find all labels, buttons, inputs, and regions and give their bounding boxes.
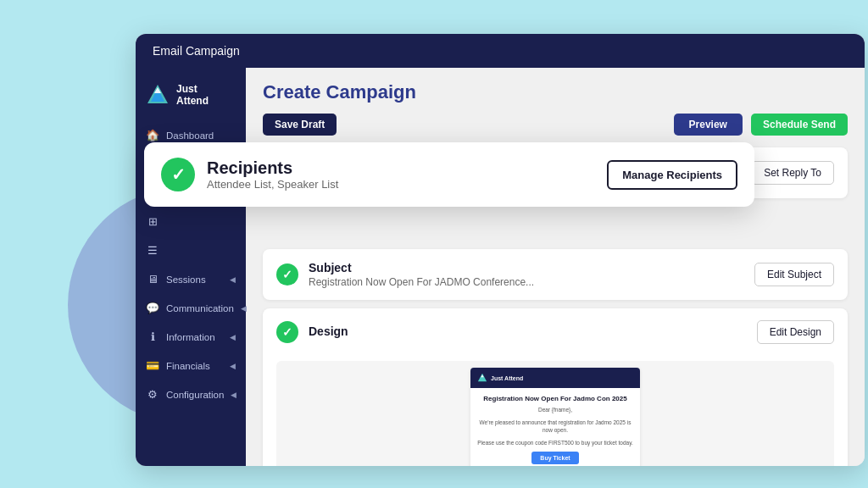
email-preview-cta[interactable]: Buy Ticket — [531, 452, 578, 464]
configuration-icon: ⚙ — [146, 388, 159, 402]
sidebar-item-grid[interactable]: ⊞ — [136, 208, 246, 236]
sidebar-item-information[interactable]: ℹ Information ◀ — [136, 323, 246, 352]
sidebar-item-configuration[interactable]: ⚙ Configuration ◀ — [136, 380, 246, 409]
topbar-title: Email Campaign — [153, 44, 240, 58]
schedule-send-button[interactable]: Schedule Send — [751, 114, 848, 136]
logo-icon — [146, 83, 170, 107]
email-preview-para3: Please use the coupon code FIRST500 to b… — [477, 439, 633, 446]
email-preview-box: Just Attend Registration Now Open For Ja… — [470, 368, 640, 466]
design-check-icon: ✓ — [276, 321, 298, 343]
list-icon: ☰ — [146, 244, 159, 258]
chevron-icon: ◀ — [230, 333, 236, 341]
chevron-icon: ◀ — [241, 304, 247, 313]
design-card: ✓ Design Edit Design Just Attend — [263, 308, 848, 466]
logo-text: Just Attend — [176, 83, 209, 108]
preview-button[interactable]: Preview — [674, 114, 743, 136]
topbar: Email Campaign — [136, 34, 865, 68]
communication-icon: 💬 — [146, 302, 159, 315]
subject-body: Subject Registration Now Open For JADMO … — [309, 261, 744, 288]
edit-subject-button[interactable]: Edit Subject — [754, 263, 834, 286]
save-draft-button[interactable]: Save Draft — [263, 114, 337, 136]
sessions-icon: 🖥 — [146, 273, 159, 286]
sidebar-item-communication[interactable]: 💬 Communication ◀ — [136, 294, 246, 323]
sidebar: Just Attend 🏠 Dashboard 🕐 Reporting ◀ 👥 … — [136, 68, 246, 466]
main-content: Create Campaign Save Draft Preview Sched… — [246, 68, 865, 466]
sidebar-item-list[interactable]: ☰ — [136, 236, 246, 265]
information-icon: ℹ — [146, 330, 159, 344]
email-preview-logo-text: Just Attend — [491, 375, 523, 381]
chevron-icon: ◀ — [230, 275, 236, 284]
sidebar-item-sessions[interactable]: 🖥 Sessions ◀ — [136, 265, 246, 294]
financials-icon: 💳 — [146, 359, 159, 373]
design-preview: Just Attend Registration Now Open For Ja… — [276, 361, 834, 466]
design-title: Design — [309, 324, 747, 338]
manage-recipients-button[interactable]: Manage Recipients — [607, 160, 737, 190]
set-reply-to-button[interactable]: Set Reply To — [751, 161, 834, 185]
subject-value: Registration Now Open For JADMO Conferen… — [309, 276, 744, 288]
subject-card: ✓ Subject Registration Now Open For JADM… — [263, 249, 848, 300]
recipients-check-icon: ✓ — [161, 158, 195, 191]
toolbar: Save Draft Preview Schedule Send — [263, 114, 848, 136]
main-window: Email Campaign Just Attend 🏠 Dashboard — [136, 34, 865, 466]
design-body: Design — [309, 324, 747, 340]
page-title: Create Campaign — [263, 81, 848, 103]
grid-icon: ⊞ — [146, 215, 159, 229]
chevron-icon: ◀ — [230, 362, 236, 370]
subject-check-icon: ✓ — [276, 263, 298, 286]
email-preview-para2: We're pleased to announce that registrat… — [477, 419, 633, 434]
email-preview-para1: Dear {fname}, — [477, 406, 633, 413]
sidebar-item-financials[interactable]: 💳 Financials ◀ — [136, 352, 246, 380]
subject-title: Subject — [309, 261, 744, 274]
email-preview-body: Registration Now Open For Jadmo Con 2025… — [470, 388, 640, 466]
chevron-icon: ◀ — [231, 391, 236, 399]
content-area: Just Attend 🏠 Dashboard 🕐 Reporting ◀ 👥 … — [136, 68, 865, 466]
recipients-popup: ✓ Recipients Attendee List, Speaker List… — [144, 142, 754, 207]
email-preview-header: Just Attend — [470, 368, 640, 388]
recipients-body: Recipients Attendee List, Speaker List — [207, 158, 595, 191]
recipients-subtitle: Attendee List, Speaker List — [207, 178, 595, 191]
email-preview-title: Registration Now Open For Jadmo Con 2025 — [477, 395, 633, 402]
home-icon: 🏠 — [146, 129, 159, 142]
sidebar-logo: Just Attend — [136, 76, 246, 121]
edit-design-button[interactable]: Edit Design — [757, 320, 834, 344]
recipients-title: Recipients — [207, 158, 595, 178]
email-logo-icon — [477, 373, 487, 383]
